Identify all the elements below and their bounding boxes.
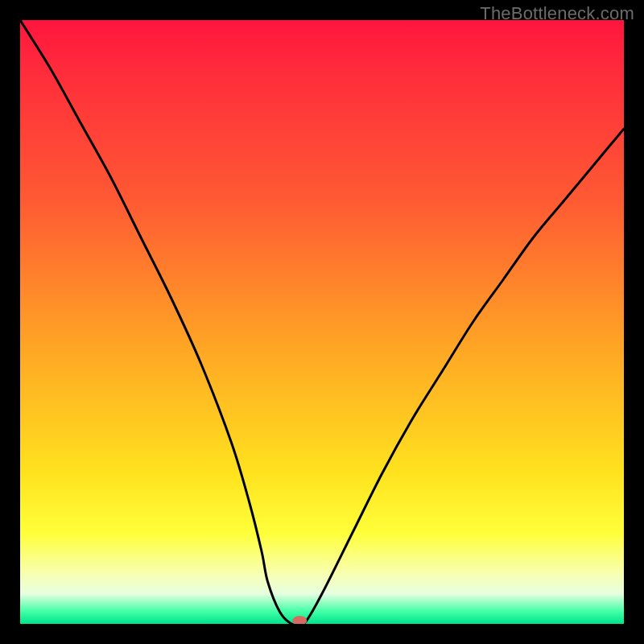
bottleneck-curve: [20, 20, 624, 624]
chart-frame: TheBottleneck.com: [0, 0, 644, 644]
curve-svg: [20, 20, 624, 624]
watermark-text: TheBottleneck.com: [480, 3, 634, 24]
plot-area: [20, 20, 624, 624]
optimum-marker: [292, 616, 307, 624]
